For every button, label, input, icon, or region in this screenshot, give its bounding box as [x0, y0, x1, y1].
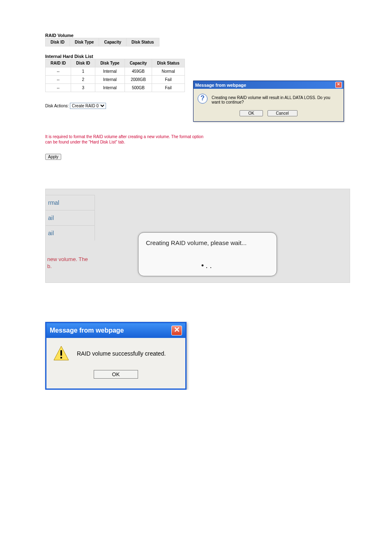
table-row: -- 3 Internal 500GB Fail [46, 84, 185, 92]
dialog-message: Creating new RAID volume will result in … [212, 94, 339, 104]
confirm-dialog: Message from webpage ✕ ? Creating new RA… [193, 81, 344, 122]
list-item: rmal [46, 195, 95, 210]
loading-icon: •․․ [146, 261, 269, 270]
cell: 2 [71, 76, 95, 84]
close-icon[interactable]: ✕ [335, 82, 342, 88]
cell: 500GB [125, 84, 152, 92]
cancel-button[interactable]: Cancel [267, 110, 297, 116]
cell: 459GB [125, 67, 152, 76]
note-line2: b. [47, 263, 52, 269]
question-icon: ? [198, 94, 208, 104]
cell: -- [46, 84, 71, 92]
cell: 2008GB [125, 76, 152, 84]
ok-button[interactable]: OK [94, 370, 138, 379]
col-capacity: Capacity [125, 59, 152, 67]
raid-volume-table: Disk ID Disk Type Capacity Disk Status [45, 38, 159, 46]
list-item: ail [46, 226, 95, 240]
cell: Internal [95, 84, 125, 92]
ok-button[interactable]: OK [240, 110, 263, 116]
table-row: -- 1 Internal 459GB Normal [46, 67, 185, 76]
col-disk-id: Disk ID [71, 59, 95, 67]
disk-list-title: Internal Hard Disk List [45, 54, 193, 59]
svg-rect-2 [60, 357, 62, 358]
format-warning-text: It is required to format the RAID volume… [45, 134, 210, 145]
cell: -- [46, 76, 71, 84]
list-item: ail [46, 210, 95, 226]
dialog-title: Message from webpage [195, 83, 246, 88]
apply-button[interactable]: Apply [45, 154, 61, 160]
cell: Internal [95, 67, 125, 76]
col-disk-status: Disk Status [127, 38, 159, 46]
cell: -- [46, 67, 71, 76]
col-disk-type: Disk Type [69, 38, 99, 46]
cell: Fail [152, 76, 184, 84]
cell: Normal [152, 67, 184, 76]
svg-rect-1 [60, 350, 62, 356]
success-dialog: Message from webpage ✕ RAID volume succe… [45, 322, 187, 390]
cell: 1 [71, 67, 95, 76]
warning-icon [53, 345, 69, 362]
progress-message: Creating RAID volume, please wait... [146, 239, 269, 246]
close-icon[interactable]: ✕ [171, 326, 182, 335]
dialog-title: Message from webpage [50, 327, 124, 334]
cell: Internal [95, 76, 125, 84]
col-disk-status: Disk Status [152, 59, 184, 67]
progress-panel: rmal ail ail Creating RAID volume, pleas… [45, 189, 350, 283]
note-line1: new volume. The [47, 256, 88, 262]
dialog-message: RAID volume successfully created. [77, 350, 166, 357]
disk-actions-label: Disk Actions: [45, 104, 69, 108]
disk-list-table: RAID ID Disk ID Disk Type Capacity Disk … [45, 59, 185, 92]
cell: 3 [71, 84, 95, 92]
raid-volume-title: RAID Volume [45, 33, 357, 38]
progress-dialog: Creating RAID volume, please wait... •․․ [138, 232, 277, 276]
col-raid-id: RAID ID [46, 59, 71, 67]
disk-actions-select[interactable]: Create RAID 0 [70, 103, 106, 109]
col-capacity: Capacity [99, 38, 127, 46]
table-row: -- 2 Internal 2008GB Fail [46, 76, 185, 84]
col-disk-id: Disk ID [46, 38, 70, 46]
col-disk-type: Disk Type [95, 59, 125, 67]
cell: Fail [152, 84, 184, 92]
